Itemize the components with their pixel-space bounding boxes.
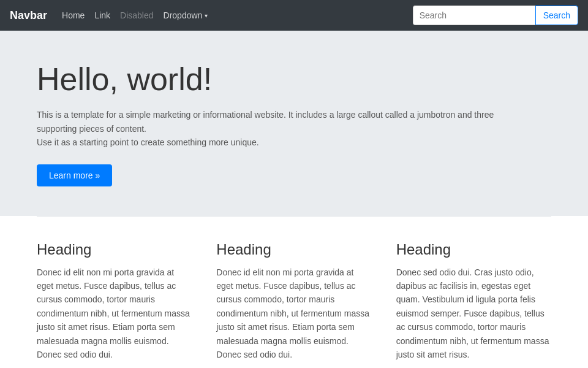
card-1-body: Donec id elit non mi porta gravida at eg…: [37, 266, 192, 362]
card-1-heading: Heading: [37, 241, 192, 258]
card-3: Heading Donec sed odio dui. Cras justo o…: [396, 241, 551, 368]
navbar: Navbar Home Link Disabled Dropdown ▾ Sea…: [0, 0, 588, 31]
nav-link-disabled: Disabled: [120, 8, 153, 23]
chevron-down-icon: ▾: [205, 12, 208, 19]
search-input[interactable]: [413, 6, 535, 25]
cards-row: Heading Donec id elit non mi porta gravi…: [37, 241, 551, 368]
card-2: Heading Donec id elit non mi porta gravi…: [216, 241, 371, 368]
dropdown-label: Dropdown: [164, 10, 203, 20]
content-area: Heading Donec id elit non mi porta gravi…: [0, 217, 588, 368]
jumbotron: Hello, world! This is a template for a s…: [0, 31, 588, 216]
card-2-heading: Heading: [216, 241, 371, 258]
jumbotron-description: This is a template for a simple marketin…: [37, 108, 514, 149]
navbar-left: Navbar Home Link Disabled Dropdown ▾: [10, 8, 208, 23]
nav-link-home[interactable]: Home: [62, 8, 85, 23]
jumbotron-title: Hello, world!: [37, 60, 551, 98]
nav-link-link[interactable]: Link: [94, 8, 110, 23]
card-2-body: Donec id elit non mi porta gravida at eg…: [216, 266, 371, 362]
card-1: Heading Donec id elit non mi porta gravi…: [37, 241, 192, 368]
search-button[interactable]: Search: [535, 6, 578, 25]
navbar-right: Search: [413, 6, 578, 25]
card-3-body: Donec sed odio dui. Cras justo odio, dap…: [396, 266, 551, 362]
learn-more-button[interactable]: Learn more »: [37, 164, 112, 186]
card-3-heading: Heading: [396, 241, 551, 258]
navbar-brand[interactable]: Navbar: [10, 9, 47, 22]
navbar-dropdown[interactable]: Dropdown ▾: [164, 10, 208, 20]
